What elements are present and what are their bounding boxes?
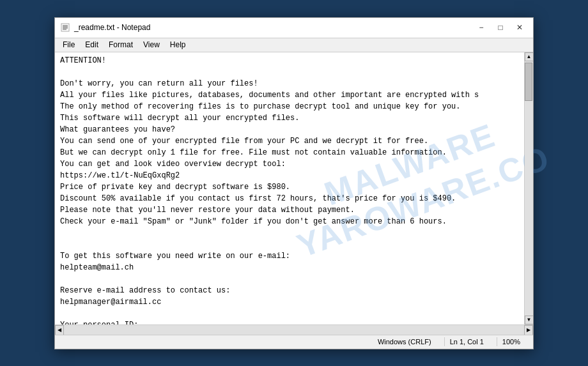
title-bar: _readme.txt - Notepad − □ ✕ xyxy=(55,18,533,38)
text-container: ATTENTION! Don't worry, you can return a… xyxy=(55,52,533,324)
text-area[interactable]: ATTENTION! Don't worry, you can return a… xyxy=(55,52,524,324)
h-scroll-track[interactable] xyxy=(64,325,524,335)
vertical-scrollbar[interactable]: ▲ ▼ xyxy=(524,52,533,324)
status-zoom: 100% xyxy=(502,338,520,346)
scroll-down-button[interactable]: ▼ xyxy=(525,316,534,324)
notepad-window: _readme.txt - Notepad − □ ✕ File Edit Fo… xyxy=(54,17,534,349)
status-bar: Windows (CRLF) Ln 1, Col 1 100% xyxy=(55,335,533,349)
status-line-col: Ln 1, Col 1 xyxy=(450,338,484,346)
window-controls: − □ ✕ xyxy=(473,21,528,34)
menu-help[interactable]: Help xyxy=(165,39,191,50)
scroll-track[interactable] xyxy=(525,61,533,316)
status-right: Windows (CRLF) Ln 1, Col 1 100% xyxy=(378,337,528,346)
scroll-left-button[interactable]: ◀ xyxy=(55,325,64,335)
status-separator-1 xyxy=(444,337,445,346)
svg-rect-0 xyxy=(61,24,69,31)
menu-bar: File Edit Format View Help xyxy=(55,38,533,52)
menu-edit[interactable]: Edit xyxy=(80,39,104,50)
window-icon xyxy=(60,22,70,33)
close-button[interactable]: ✕ xyxy=(511,21,528,34)
scroll-up-button[interactable]: ▲ xyxy=(525,52,534,61)
scroll-right-button[interactable]: ▶ xyxy=(524,325,533,335)
menu-view[interactable]: View xyxy=(138,39,165,50)
status-encoding: Windows (CRLF) xyxy=(378,338,431,346)
status-separator-2 xyxy=(497,337,497,346)
horizontal-scrollbar[interactable]: ◀ ▶ xyxy=(55,324,533,335)
maximize-button[interactable]: □ xyxy=(492,21,509,34)
menu-file[interactable]: File xyxy=(58,39,80,50)
window-title: _readme.txt - Notepad xyxy=(74,23,473,32)
scroll-thumb[interactable] xyxy=(525,63,532,101)
menu-format[interactable]: Format xyxy=(104,39,138,50)
minimize-button[interactable]: − xyxy=(473,21,490,34)
